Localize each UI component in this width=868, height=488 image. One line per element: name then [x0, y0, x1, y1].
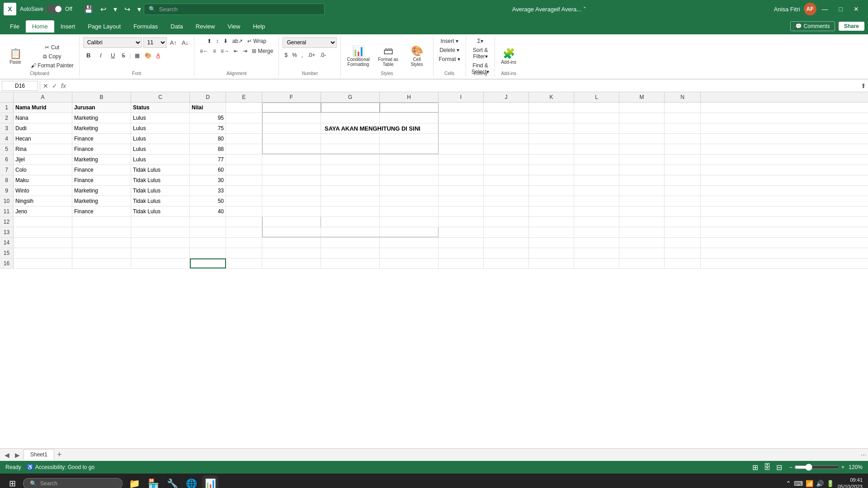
cell-m9[interactable]	[619, 186, 665, 196]
cell-m1[interactable]	[619, 103, 665, 113]
cell-c5[interactable]: Lulus	[131, 144, 190, 154]
cell-e11[interactable]	[226, 206, 262, 216]
cell-l15[interactable]	[574, 248, 619, 258]
cell-k4[interactable]	[529, 134, 574, 144]
tab-file[interactable]: File	[4, 20, 26, 33]
cell-h3[interactable]	[380, 123, 439, 133]
currency-button[interactable]: $	[283, 51, 289, 59]
cell-g4[interactable]	[321, 134, 380, 144]
cell-j12[interactable]	[484, 217, 529, 227]
cell-j2[interactable]	[484, 113, 529, 123]
cell-a13[interactable]	[14, 227, 72, 237]
indent-dec-button[interactable]: ⇤	[232, 47, 240, 55]
cell-j14[interactable]	[484, 238, 529, 248]
sort-filter-button[interactable]: Sort &Filter▾	[471, 46, 490, 61]
cell-f2[interactable]	[262, 113, 321, 123]
cell-f16[interactable]	[262, 258, 321, 268]
cell-l11[interactable]	[574, 206, 619, 216]
cell-h1[interactable]	[380, 103, 439, 113]
cell-h11[interactable]	[380, 206, 439, 216]
cell-e1[interactable]	[226, 103, 262, 113]
cell-e5[interactable]	[226, 144, 262, 154]
cell-e15[interactable]	[226, 248, 262, 258]
cell-f4[interactable]	[262, 134, 321, 144]
cell-l3[interactable]	[574, 123, 619, 133]
cell-i12[interactable]	[439, 217, 484, 227]
cell-a9[interactable]: Winto	[14, 186, 72, 196]
cell-j10[interactable]	[484, 196, 529, 206]
cell-l6[interactable]	[574, 155, 619, 164]
cell-h4[interactable]	[380, 134, 439, 144]
cell-b8[interactable]: Finance	[72, 175, 131, 185]
cell-d2[interactable]: 95	[190, 113, 226, 123]
cell-d3[interactable]: 75	[190, 123, 226, 133]
cell-n15[interactable]	[665, 248, 701, 258]
cell-g7[interactable]	[321, 165, 380, 175]
restore-button[interactable]: □	[834, 4, 848, 14]
cell-l9[interactable]	[574, 186, 619, 196]
cell-a1[interactable]: Nama Murid	[14, 103, 72, 113]
font-size-select[interactable]: 11	[143, 37, 167, 48]
cell-g9[interactable]	[321, 186, 380, 196]
cell-f5[interactable]	[262, 144, 321, 154]
cell-n11[interactable]	[665, 206, 701, 216]
col-header-c[interactable]: C	[131, 92, 190, 102]
cell-b9[interactable]: Marketing	[72, 186, 131, 196]
sheet-options-icon[interactable]: ⋯	[861, 452, 866, 458]
cell-m6[interactable]	[619, 155, 665, 164]
cell-j8[interactable]	[484, 175, 529, 185]
cell-d7[interactable]: 60	[190, 165, 226, 175]
confirm-formula-icon[interactable]: ✓	[51, 81, 58, 90]
cell-h13[interactable]	[380, 227, 439, 237]
tab-home[interactable]: Home	[26, 20, 54, 33]
underline-button[interactable]: U	[108, 51, 118, 60]
cell-k10[interactable]	[529, 196, 574, 206]
cell-c16[interactable]	[131, 258, 190, 268]
cell-n14[interactable]	[665, 238, 701, 248]
center-align-button[interactable]: ≡	[211, 47, 218, 55]
normal-view-button[interactable]: ⊞	[750, 462, 760, 473]
zoom-slider[interactable]	[794, 464, 840, 471]
cell-a12[interactable]	[14, 217, 72, 227]
copy-button[interactable]: ⧉ Copy	[29, 52, 75, 61]
autosum-button[interactable]: Σ▾	[476, 37, 485, 45]
cell-n16[interactable]	[665, 258, 701, 268]
cell-g8[interactable]	[321, 175, 380, 185]
font-color-button[interactable]: A	[155, 52, 162, 60]
dec-inc-button[interactable]: .0+	[306, 51, 317, 59]
cell-i4[interactable]	[439, 134, 484, 144]
right-align-button[interactable]: ≡→	[219, 47, 231, 55]
col-header-m[interactable]: M	[619, 92, 665, 102]
cell-d6[interactable]: 77	[190, 155, 226, 164]
cell-j15[interactable]	[484, 248, 529, 258]
cell-b4[interactable]: Finance	[72, 134, 131, 144]
cell-d12[interactable]	[190, 217, 226, 227]
cell-l4[interactable]	[574, 134, 619, 144]
strikethrough-button[interactable]: S̶	[120, 52, 127, 60]
cell-k15[interactable]	[529, 248, 574, 258]
cell-f11[interactable]	[262, 206, 321, 216]
percent-button[interactable]: %	[290, 51, 299, 59]
top-align-button[interactable]: ⬆	[205, 37, 213, 45]
cell-n1[interactable]	[665, 103, 701, 113]
cell-e12[interactable]	[226, 217, 262, 227]
cell-l12[interactable]	[574, 217, 619, 227]
cell-m4[interactable]	[619, 134, 665, 144]
cell-c1[interactable]: Status	[131, 103, 190, 113]
cell-d16[interactable]	[190, 258, 226, 268]
cell-j7[interactable]	[484, 165, 529, 175]
cell-d14[interactable]	[190, 238, 226, 248]
cell-i5[interactable]	[439, 144, 484, 154]
cell-c10[interactable]: Tidak Lulus	[131, 196, 190, 206]
cell-c13[interactable]	[131, 227, 190, 237]
col-header-l[interactable]: L	[574, 92, 619, 102]
cell-c12[interactable]	[131, 217, 190, 227]
close-button[interactable]: ✕	[848, 4, 864, 14]
cell-n8[interactable]	[665, 175, 701, 185]
cell-f6[interactable]	[262, 155, 321, 164]
cell-k11[interactable]	[529, 206, 574, 216]
col-header-b[interactable]: B	[72, 92, 131, 102]
cell-h8[interactable]	[380, 175, 439, 185]
cell-e3[interactable]	[226, 123, 262, 133]
conditional-formatting-button[interactable]: 📊 ConditionalFormatting	[344, 45, 372, 68]
